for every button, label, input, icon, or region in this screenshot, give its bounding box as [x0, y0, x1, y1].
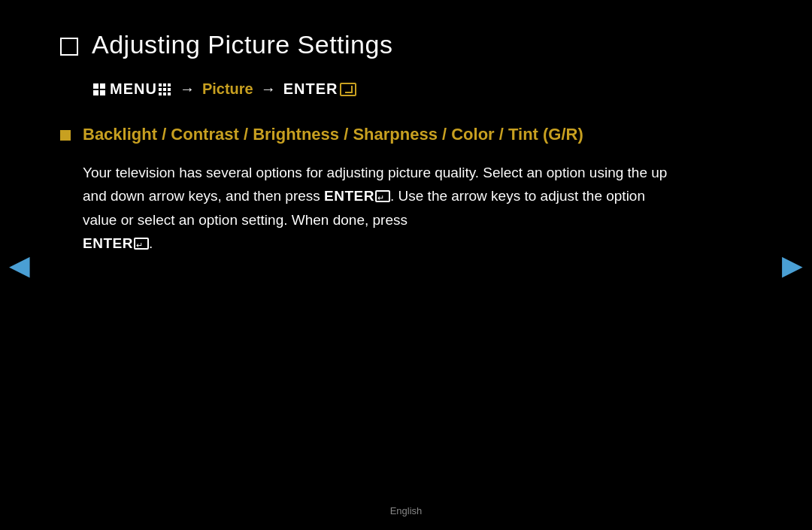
footer-language: English — [390, 505, 423, 516]
body-period: . — [149, 235, 153, 251]
page-title-row: Adjusting Picture Settings — [60, 30, 677, 59]
nav-arrow-left[interactable]: ◀ — [9, 250, 30, 281]
enter-icon-header — [340, 83, 356, 96]
enter-icon-mid — [375, 190, 390, 202]
enter-bold-end: ENTER — [83, 235, 133, 251]
checkbox-icon — [60, 38, 78, 56]
section-heading: Backlight / Contrast / Brightness / Shar… — [83, 125, 583, 144]
enter-label: ENTER — [283, 80, 338, 98]
menu-grid-icon — [159, 83, 171, 95]
home-icon — [92, 82, 107, 97]
svg-rect-1 — [100, 83, 105, 89]
enter-bold-mid: ENTER — [324, 188, 374, 204]
square-bullet — [60, 130, 71, 141]
arrow-separator-2: → — [261, 80, 276, 98]
svg-rect-3 — [100, 90, 105, 95]
svg-rect-2 — [93, 90, 98, 95]
picture-link: Picture — [202, 80, 253, 98]
main-content: Adjusting Picture Settings MENU — [0, 0, 737, 285]
enter-icon-end — [134, 238, 149, 250]
menu-label: MENU — [110, 80, 157, 98]
nav-arrow-right[interactable]: ▶ — [782, 250, 803, 281]
section-heading-row: Backlight / Contrast / Brightness / Shar… — [60, 125, 677, 144]
arrow-separator-1: → — [180, 80, 195, 98]
svg-rect-0 — [93, 83, 98, 89]
menu-path: MENU → Picture → ENTER — [92, 80, 677, 98]
page-title: Adjusting Picture Settings — [92, 30, 392, 59]
body-text: Your television has several options for … — [83, 161, 677, 255]
